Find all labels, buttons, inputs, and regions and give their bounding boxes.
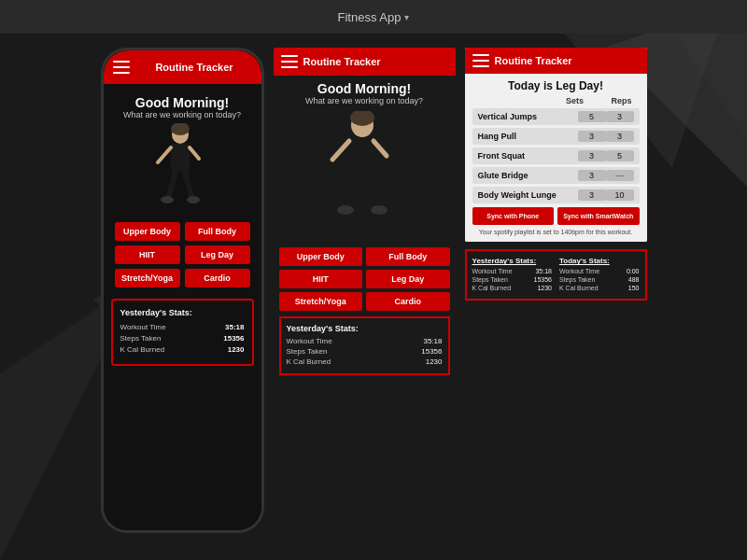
middle-panel-header: Routine Tracker xyxy=(274,48,456,76)
tracker-table-header: Sets Reps xyxy=(472,96,640,105)
today-stats-col: Today's Stats: Workout Time 0:00 Steps T… xyxy=(559,257,640,293)
middle-figure-container xyxy=(279,111,450,242)
tracker-hamburger-line-3 xyxy=(472,65,489,67)
exercise-name-1: Hang Pull xyxy=(478,132,578,141)
phone-btn-stretch[interactable]: Stretch/Yoga xyxy=(115,269,180,287)
svg-rect-16 xyxy=(349,137,374,173)
middle-subtitle: What are we working on today? xyxy=(279,96,450,105)
sync-phone-button[interactable]: Sync with Phone xyxy=(472,207,555,225)
bottom-stats-cols: Yesterday's Stats: Workout Time 35:18 St… xyxy=(472,257,640,293)
phone-app-body: Good Morning! What are we working on tod… xyxy=(104,84,261,373)
yesterday-value-1: 15356 xyxy=(534,276,552,283)
tracker-body: Today is Leg Day! Sets Reps Vertical Jum… xyxy=(465,74,647,242)
svg-line-18 xyxy=(374,141,387,156)
phone-app-header: Routine Tracker xyxy=(104,50,261,84)
phone-stat-label-2: K Cal Burned xyxy=(120,345,165,354)
middle-stat-value-0: 35:18 xyxy=(423,337,442,345)
exercise-sets-1: 3 xyxy=(578,131,606,142)
phone-mockup: Routine Tracker Good Morning! What are w… xyxy=(101,48,264,533)
hamburger-line-2 xyxy=(113,66,130,68)
middle-stat-row-2: K Cal Burned 1230 xyxy=(287,357,443,366)
svg-line-17 xyxy=(332,141,349,160)
phone-btn-hiit[interactable]: HIIT xyxy=(115,245,180,264)
middle-btn-full-body[interactable]: Full Body xyxy=(366,247,450,266)
svg-point-22 xyxy=(371,205,388,215)
phone-stat-row-1: Steps Taken 15356 xyxy=(120,334,245,343)
exercise-name-4: Body Weight Lunge xyxy=(478,190,578,200)
middle-stat-label-1: Steps Taken xyxy=(287,347,328,356)
middle-stat-label-0: Workout Time xyxy=(287,337,332,345)
phone-stats-title: Yesterday's Stats: xyxy=(120,308,245,317)
tracker-hamburger-line-2 xyxy=(472,60,489,62)
tracker-col-reps: Reps xyxy=(608,96,636,105)
phone-stat-row-0: Workout Time 35:18 xyxy=(120,323,245,331)
exercise-row-0: Vertical Jumps 5 3 xyxy=(472,108,640,125)
middle-btn-upper-body[interactable]: Upper Body xyxy=(279,247,363,266)
exercise-reps-1: 3 xyxy=(606,131,634,142)
tracker-col-sets: Sets xyxy=(561,96,589,105)
exercise-row-2: Front Squat 3 5 xyxy=(472,147,640,164)
exercise-sets-2: 3 xyxy=(578,150,606,161)
app-title-text: Fitness App xyxy=(338,10,402,24)
yesterday-stat-row-0: Workout Time 35:18 xyxy=(472,268,553,274)
exercise-reps-0: 3 xyxy=(606,111,634,122)
phone-header-title: Routine Tracker xyxy=(137,62,252,73)
tracker-hamburger-line-1 xyxy=(472,54,489,56)
middle-greeting: Good Morning! xyxy=(279,81,450,96)
hamburger-line-1 xyxy=(113,61,130,63)
middle-btn-stretch[interactable]: Stretch/Yoga xyxy=(279,292,363,311)
exercise-reps-2: 5 xyxy=(606,150,634,161)
hamburger-line-3 xyxy=(113,72,130,74)
yesterday-label-2: K Cal Burned xyxy=(472,285,512,291)
middle-btn-hiit[interactable]: HIIT xyxy=(279,270,363,288)
today-value-1: 488 xyxy=(628,276,640,283)
yesterday-label-1: Steps Taken xyxy=(472,276,508,283)
phone-stat-label-1: Steps Taken xyxy=(120,334,162,343)
phone-stat-row-2: K Cal Burned 1230 xyxy=(120,345,245,354)
phone-btn-leg-day[interactable]: Leg Day xyxy=(185,245,250,264)
middle-stats-box: Yesterday's Stats: Workout Time 35:18 St… xyxy=(279,316,450,375)
main-content: Routine Tracker Good Morning! What are w… xyxy=(0,34,747,560)
svg-point-21 xyxy=(337,205,354,215)
phone-stat-label-0: Workout Time xyxy=(120,323,166,331)
yesterday-value-0: 35:18 xyxy=(535,268,552,274)
today-label-0: Workout Time xyxy=(559,268,599,274)
svg-rect-7 xyxy=(171,144,190,172)
middle-stat-value-2: 1230 xyxy=(426,357,443,366)
sync-buttons: Sync with Phone Sync with SmartWatch xyxy=(472,207,640,225)
middle-stat-row-0: Workout Time 35:18 xyxy=(287,337,443,345)
hamburger-icon[interactable] xyxy=(113,61,130,74)
middle-btn-cardio[interactable]: Cardio xyxy=(366,292,450,311)
svg-point-12 xyxy=(161,196,174,203)
exercise-sets-0: 5 xyxy=(578,111,606,122)
middle-hamburger-line-2 xyxy=(281,61,298,63)
middle-panel: Routine Tracker Good Morning! What are w… xyxy=(274,48,456,381)
middle-btn-leg-day[interactable]: Leg Day xyxy=(366,270,450,288)
app-title[interactable]: Fitness App ▾ xyxy=(338,10,410,24)
phone-screen: Routine Tracker Good Morning! What are w… xyxy=(104,50,261,530)
today-stat-row-1: Steps Taken 488 xyxy=(559,276,640,283)
middle-stat-value-1: 15356 xyxy=(421,347,442,356)
middle-hamburger-icon[interactable] xyxy=(281,55,298,68)
phone-btn-cardio[interactable]: Cardio xyxy=(185,269,250,287)
svg-line-8 xyxy=(158,147,171,162)
svg-point-13 xyxy=(187,196,200,203)
yesterday-stats-title: Yesterday's Stats: xyxy=(472,257,553,265)
exercise-row-3: Glute Bridge 3 — xyxy=(472,167,640,184)
phone-fitness-figure xyxy=(145,123,219,217)
exercise-name-0: Vertical Jumps xyxy=(478,112,578,121)
middle-stats-title: Yesterday's Stats: xyxy=(287,324,443,333)
tracker-title: Routine Tracker xyxy=(495,55,572,66)
yesterday-stat-row-2: K Cal Burned 1230 xyxy=(472,285,553,291)
tracker-day-title: Today is Leg Day! xyxy=(472,79,640,92)
phone-workout-buttons: Upper Body Full Body HIIT Leg Day Stretc… xyxy=(111,222,254,287)
exercise-name-3: Glute Bridge xyxy=(478,171,578,180)
tracker-hamburger-icon[interactable] xyxy=(472,54,489,67)
phone-stat-value-2: 1230 xyxy=(228,345,245,354)
exercise-row-4: Body Weight Lunge 3 10 xyxy=(472,187,640,203)
sync-watch-button[interactable]: Sync with SmartWatch xyxy=(557,207,640,225)
svg-line-19 xyxy=(347,173,356,204)
phone-stat-value-0: 35:18 xyxy=(225,323,244,331)
exercise-sets-3: 3 xyxy=(578,170,606,181)
today-label-1: Steps Taken xyxy=(559,276,595,283)
